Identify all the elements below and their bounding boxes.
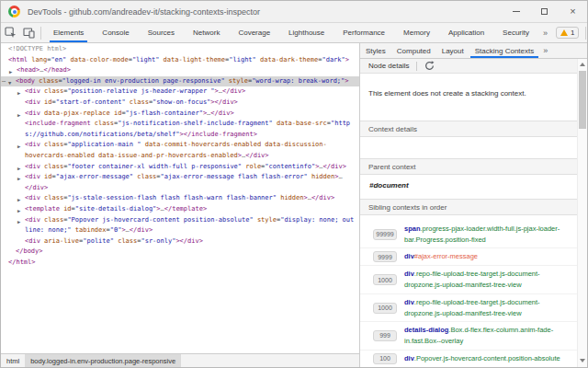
dom-tree-node[interactable]: <!DOCTYPE html>	[1, 44, 359, 55]
dom-tree-node[interactable]: s://github.com/notifications/beta/shelf"…	[1, 130, 359, 141]
syntax-token: hovercards-enabled	[25, 152, 95, 159]
syntax-token: </div>	[245, 152, 268, 159]
dom-tree-node[interactable]: ▶<head>…</head>	[1, 65, 359, 76]
dom-tree-node[interactable]: <html lang="en" data-color-mode="light" …	[1, 55, 359, 66]
syntax-token: class	[40, 194, 63, 201]
devtools-window: DevTools - github.com/andreadev-it/stack…	[0, 0, 588, 368]
syntax-token: "sr-only"	[141, 237, 175, 245]
sidebar-more-tabs-button[interactable]: »	[539, 43, 551, 58]
sidebar-tab-layout[interactable]: Layout	[436, 43, 469, 58]
devtools-tab-security[interactable]: Security	[493, 23, 538, 42]
sibling-context-item[interactable]: 1000div.repo-file-upload-tree-target.js-…	[360, 266, 577, 293]
selector-token: div	[404, 354, 414, 362]
node-menu-dots-icon[interactable]: …	[2, 75, 6, 86]
dom-tree-node[interactable]: hovercards-enabled data-issue-and-pr-hov…	[1, 151, 359, 162]
breadcrumb-item[interactable]: body.logged-in.env-production.page-respo…	[25, 354, 181, 367]
dom-tree-node[interactable]: </html>	[1, 258, 359, 269]
device-toolbar-button[interactable]	[19, 25, 38, 41]
dom-tree-node[interactable]: ▶<div class="footer container-xl width-f…	[1, 162, 359, 173]
more-tabs-button[interactable]: »	[538, 29, 552, 38]
sibling-context-item[interactable]: 99999span.progress-pjax-loader.width-ful…	[360, 221, 577, 248]
syntax-token: "contentinfo"	[265, 163, 315, 170]
sibling-context-selector: div.repo-file-upload-tree-target.js-docu…	[404, 297, 540, 318]
syntax-token: "light"	[229, 56, 256, 63]
syntax-token: class	[40, 216, 63, 224]
warning-triangle-icon	[560, 29, 568, 36]
scroll-down-icon[interactable]	[580, 359, 585, 362]
sidebar-tab-styles[interactable]: Styles	[360, 43, 391, 58]
sidebar-tab-stacking-contexts[interactable]: Stacking Contexts	[469, 43, 539, 58]
devtools-tab-lighthouse[interactable]: Lighthouse	[279, 23, 334, 42]
syntax-token: class	[126, 98, 149, 106]
syntax-token: "footer container-xl width-full p-respon…	[67, 163, 242, 170]
dom-tree-node[interactable]: …▼<body class="logged-in env-production …	[1, 76, 359, 87]
devtools-tab-network[interactable]: Network	[184, 23, 229, 42]
devtools-tab-elements[interactable]: Elements	[44, 23, 93, 42]
syntax-token: "site-details-dialog"	[75, 205, 157, 213]
refresh-icon[interactable]	[424, 61, 435, 71]
window-titlebar: DevTools - github.com/andreadev-it/stack…	[1, 1, 587, 23]
sibling-context-item[interactable]: 999details-dialog.Box.d-flex.flex-column…	[360, 322, 577, 350]
toolbar-right: » 1 ⚙ ⋮	[538, 23, 588, 42]
devtools-tab-sources[interactable]: Sources	[139, 23, 184, 42]
issues-warning-badge[interactable]: 1	[556, 27, 579, 39]
syntax-token: class	[91, 120, 114, 127]
dom-tree-node[interactable]: ▶<div id="ajax-error-message" class="aja…	[1, 172, 359, 183]
scroll-up-icon[interactable]	[580, 63, 585, 66]
parent-context-value: #document	[360, 175, 577, 199]
syntax-token: </div>	[323, 163, 346, 170]
dom-tree-node[interactable]: <include-fragment class="js-notification…	[1, 119, 359, 130]
syntax-token: …	[338, 173, 342, 180]
syntax-token: ></div>	[210, 98, 238, 106]
syntax-token: </div>	[210, 109, 233, 117]
syntax-token: "dark"	[322, 56, 345, 63]
devtools-tab-console[interactable]: Console	[93, 23, 138, 42]
sibling-context-item[interactable]: 9999div#ajax-error-message	[360, 248, 577, 266]
dom-tree-node[interactable]: ▶<div class="application-main " data-com…	[1, 140, 359, 151]
syntax-token: <body	[16, 77, 35, 85]
dom-tree-node[interactable]: </div>	[1, 183, 359, 194]
dom-tree-node[interactable]: ▶<div class="Popover js-hovercard-conten…	[1, 215, 359, 226]
breadcrumb-item[interactable]: html	[1, 354, 25, 367]
devtools-tab-performance[interactable]: Performance	[334, 23, 394, 42]
dom-tree-node[interactable]: ▶<div class="position-relative js-header…	[1, 86, 359, 98]
syntax-token: </div>	[25, 184, 48, 191]
syntax-token: <div	[25, 98, 40, 106]
dom-tree-node[interactable]: ▶<template id="site-details-dialog">…</t…	[1, 204, 359, 215]
toolbar-separator	[585, 27, 586, 40]
inspect-cursor-icon	[5, 27, 17, 39]
devtools-tabs: ElementsConsoleSourcesNetworkCoverageLig…	[44, 23, 538, 42]
node-details-label: Node details	[368, 62, 409, 70]
syntax-token: "show-on-focus"	[153, 98, 210, 106]
sibling-context-item[interactable]: 1000div.repo-file-upload-tree-target.js-…	[360, 294, 577, 322]
sibling-context-selector: div.repo-file-upload-tree-target.js-docu…	[404, 269, 540, 290]
maximize-button[interactable]	[530, 1, 559, 22]
devtools-tab-application[interactable]: Application	[439, 23, 493, 42]
stacking-contexts-sidebar: StylesComputedLayoutStacking Contexts» N…	[360, 43, 587, 367]
sidebar-tab-computed[interactable]: Computed	[391, 43, 436, 58]
selector-token: .Popover.js-hovercard-content.position-a…	[414, 354, 560, 362]
dom-tree-node[interactable]: ▶<div data-pjax-replace id="js-flash-con…	[1, 109, 359, 120]
sibling-context-item[interactable]: 100div.Popover.js-hovercard-content.posi…	[360, 351, 577, 367]
dom-tree-node[interactable]: </body>	[1, 247, 359, 258]
dom-tree-node[interactable]: ▶<div class="js-stale-session-flash flas…	[1, 193, 359, 204]
devtools-tab-coverage[interactable]: Coverage	[229, 23, 279, 42]
syntax-token: data-light-theme	[159, 56, 225, 63]
syntax-token: hidden	[277, 194, 304, 201]
minimize-button[interactable]	[502, 1, 530, 22]
syntax-token: "display: none; out	[280, 216, 354, 224]
close-button[interactable]: ×	[559, 1, 587, 22]
syntax-token: class	[40, 87, 63, 95]
inspect-element-button[interactable]	[1, 25, 19, 41]
elements-panel: <!DOCTYPE html><html lang="en" data-colo…	[1, 43, 359, 367]
dom-tree-node[interactable]: <div aria-live="polite" class="sr-only">…	[1, 236, 359, 247]
sidebar-scrollbar[interactable]	[577, 59, 587, 367]
syntax-token: data-commit-hovercards-enabled	[141, 141, 261, 148]
dom-tree-node[interactable]: <div id="start-of-content" class="show-o…	[1, 98, 359, 109]
sibling-context-selector: div.Popover.js-hovercard-content.positio…	[404, 353, 560, 364]
devtools-tab-memory[interactable]: Memory	[394, 23, 439, 42]
scrollbar-thumb[interactable]	[579, 71, 586, 129]
dom-tree-node[interactable]: line: none;" tabindex="0">…</div>	[1, 225, 359, 236]
syntax-token: </html>	[8, 259, 36, 266]
syntax-token: line: none;"	[25, 226, 72, 234]
